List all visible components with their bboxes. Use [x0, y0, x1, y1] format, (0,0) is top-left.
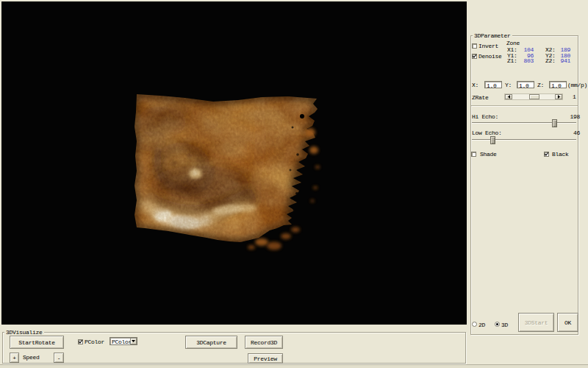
record-button[interactable]: Record3D: [245, 336, 283, 349]
preview-button[interactable]: Preview: [248, 353, 283, 364]
arrow-down-icon: [132, 340, 135, 342]
zrate-scroll-thumb[interactable]: [529, 94, 539, 99]
speed-label: Speed: [23, 355, 40, 361]
low-echo-label: Low Echo:: [472, 130, 502, 136]
mode-2d-label: 2D: [478, 322, 485, 328]
hi-echo-label: Hi Echo:: [472, 114, 498, 120]
mode-2d-radio[interactable]: [472, 322, 477, 327]
separator: [471, 105, 578, 106]
arrow-left-icon: [508, 95, 510, 99]
black-checkbox[interactable]: [544, 152, 549, 157]
ok-button[interactable]: OK: [557, 313, 578, 332]
ultrasound-volume: [1, 1, 467, 325]
start-rotate-button[interactable]: StartRotate: [10, 336, 64, 349]
black-label: Black: [552, 152, 569, 158]
pcolor-label: PColor: [85, 339, 104, 345]
z-scale-label: Z:: [537, 82, 544, 88]
hi-echo-slider-thumb[interactable]: [552, 119, 557, 127]
low-echo-value: 46: [564, 130, 580, 136]
speed-minus-button[interactable]: -: [54, 353, 64, 363]
zrate-value: 1: [573, 94, 576, 100]
visualize-group-title: 3DVisualize: [4, 329, 44, 336]
denoise-checkbox[interactable]: [472, 54, 477, 59]
3dstart-button[interactable]: 3DStart: [518, 313, 554, 332]
parameter-group-title: 3DParameter: [473, 32, 512, 39]
shade-label: Shade: [480, 152, 497, 158]
shade-checkbox[interactable]: [471, 152, 476, 157]
denoise-label: Denoise: [478, 54, 502, 60]
zrate-label: ZRate: [472, 95, 489, 101]
zrate-scroll-left-button[interactable]: [505, 94, 512, 99]
scale-unit-label: (mm/p): [567, 82, 587, 88]
zone-z1-label: Z1:: [507, 58, 517, 64]
x-scale-label: X:: [472, 82, 478, 88]
zrate-scroll-right-button[interactable]: [555, 94, 562, 99]
capture-button[interactable]: 3DCapture: [185, 336, 237, 349]
hi-echo-slider[interactable]: [472, 122, 576, 124]
zone-label: Zone: [506, 40, 520, 46]
hi-echo-value: 198: [564, 114, 580, 120]
pcolor-combobox[interactable]: PColor: [110, 337, 137, 345]
y-scale-label: Y:: [505, 82, 512, 88]
pcolor-checkbox[interactable]: [78, 339, 83, 344]
pcolor-combobox-dropdown-button[interactable]: [130, 338, 137, 344]
speed-plus-button[interactable]: +: [10, 353, 19, 363]
y-scale-input[interactable]: 1.0: [517, 81, 534, 88]
arrow-right-icon: [558, 95, 560, 99]
z-scale-input[interactable]: 1.0: [549, 81, 567, 88]
zone-z2-label: Z2:: [545, 58, 556, 64]
app-window: 3DParameter Invert Denoise Zone X1: 104 …: [0, 0, 588, 368]
invert-checkbox[interactable]: [472, 43, 477, 49]
mode-3d-radio[interactable]: [495, 322, 500, 327]
zone-z2-value: 941: [555, 58, 570, 64]
low-echo-slider-thumb[interactable]: [490, 136, 495, 144]
low-echo-slider[interactable]: [472, 139, 576, 141]
pcolor-combobox-value: PColor: [112, 339, 132, 345]
x-scale-input[interactable]: 1.0: [484, 81, 502, 88]
zrate-scrollbar[interactable]: [504, 93, 563, 100]
zone-z1-value: 803: [518, 58, 534, 64]
invert-label: Invert: [478, 43, 498, 49]
mode-3d-label: 3D: [501, 322, 508, 328]
render-viewport[interactable]: [1, 1, 467, 325]
window-bottom-edge: [0, 364, 588, 368]
